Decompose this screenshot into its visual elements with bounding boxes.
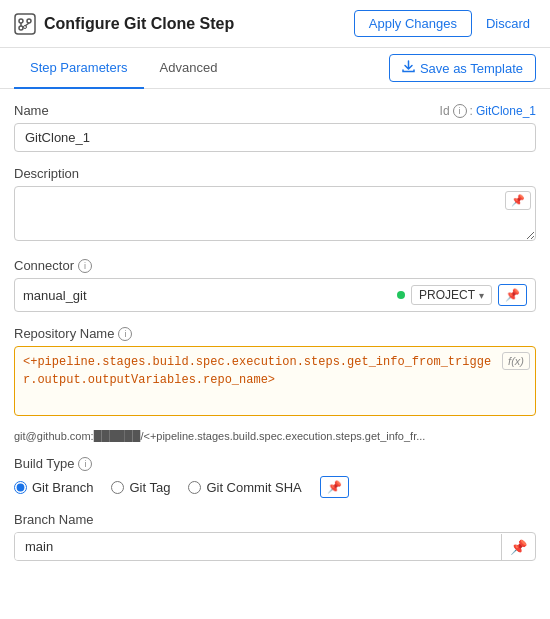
pin-icon-build-type: 📌 <box>327 480 342 494</box>
branch-name-field-group: Branch Name 📌 <box>14 512 536 561</box>
expr-fx-button[interactable]: f(x) <box>502 352 530 370</box>
connector-scope-badge[interactable]: PROJECT ▾ <box>411 285 492 305</box>
radio-git-tag[interactable]: Git Tag <box>111 480 170 495</box>
radio-git-branch-input[interactable] <box>14 481 27 494</box>
radio-git-tag-input[interactable] <box>111 481 124 494</box>
svg-point-1 <box>19 19 23 23</box>
save-template-icon <box>402 60 415 76</box>
svg-point-2 <box>27 19 31 23</box>
repo-expr-field[interactable]: <+pipeline.stages.build.spec.execution.s… <box>14 346 536 416</box>
connector-label: Connector i <box>14 258 92 273</box>
save-as-template-button[interactable]: Save as Template <box>389 54 536 82</box>
connector-field-group: Connector i manual_git PROJECT ▾ 📌 <box>14 258 536 312</box>
connector-status-dot <box>397 291 405 299</box>
name-input[interactable] <box>14 123 536 152</box>
apply-changes-button[interactable]: Apply Changes <box>354 10 472 37</box>
branch-name-pin-button[interactable]: 📌 <box>501 534 535 560</box>
page-title: Configure Git Clone Step <box>44 15 234 33</box>
connector-selector[interactable]: manual_git PROJECT ▾ 📌 <box>14 278 536 312</box>
build-type-label: Build Type i <box>14 456 92 471</box>
build-type-info-icon[interactable]: i <box>78 457 92 471</box>
name-label-row: Name Id i : GitClone_1 <box>14 103 536 118</box>
radio-git-commit-sha[interactable]: Git Commit SHA <box>188 480 301 495</box>
repo-name-label-row: Repository Name i <box>14 326 536 341</box>
svg-point-6 <box>24 25 27 28</box>
svg-rect-0 <box>15 14 35 34</box>
id-row: Id i : GitClone_1 <box>440 104 536 118</box>
branch-name-label-row: Branch Name <box>14 512 536 527</box>
header-left: Configure Git Clone Step <box>14 13 234 35</box>
branch-name-input-row: 📌 <box>14 532 536 561</box>
branch-name-input[interactable] <box>15 533 501 560</box>
tabs: Step Parameters Advanced <box>14 48 233 88</box>
build-type-pin-button[interactable]: 📌 <box>320 476 349 498</box>
id-value: GitClone_1 <box>476 104 536 118</box>
pin-icon-branch: 📌 <box>510 539 527 555</box>
form-content: Name Id i : GitClone_1 Description 📌 <box>0 89 550 561</box>
header-actions: Apply Changes Discard <box>354 10 536 37</box>
repo-expr-text: <+pipeline.stages.build.spec.execution.s… <box>23 353 499 389</box>
connector-pin-button[interactable]: 📌 <box>498 284 527 306</box>
tabs-row: Step Parameters Advanced Save as Templat… <box>0 48 550 89</box>
name-label: Name <box>14 103 49 118</box>
build-type-label-row: Build Type i <box>14 456 536 471</box>
id-info-icon[interactable]: i <box>453 104 467 118</box>
description-label: Description <box>14 166 79 181</box>
git-url-preview: git@github.com:██████/<+pipeline.stages.… <box>14 430 536 442</box>
description-field-group: Description 📌 <box>14 166 536 244</box>
connector-name: manual_git <box>23 288 391 303</box>
connector-info-icon[interactable]: i <box>78 259 92 273</box>
build-type-radio-group: Git Branch Git Tag Git Commit SHA 📌 <box>14 476 536 498</box>
build-type-field-group: Build Type i Git Branch Git Tag Git Comm… <box>14 456 536 498</box>
branch-name-label: Branch Name <box>14 512 93 527</box>
svg-point-3 <box>19 26 23 30</box>
name-field-group: Name Id i : GitClone_1 <box>14 103 536 152</box>
radio-git-branch[interactable]: Git Branch <box>14 480 93 495</box>
radio-git-commit-sha-input[interactable] <box>188 481 201 494</box>
description-input[interactable] <box>14 186 536 241</box>
tab-advanced[interactable]: Advanced <box>144 48 234 89</box>
page-header: Configure Git Clone Step Apply Changes D… <box>0 0 550 48</box>
pin-icon-desc: 📌 <box>511 194 525 206</box>
tab-step-parameters[interactable]: Step Parameters <box>14 48 144 89</box>
git-clone-icon <box>14 13 36 35</box>
connector-label-row: Connector i <box>14 258 536 273</box>
discard-button[interactable]: Discard <box>480 11 536 36</box>
description-pin-button[interactable]: 📌 <box>505 191 531 210</box>
repo-name-field-group: Repository Name i <+pipeline.stages.buil… <box>14 326 536 416</box>
pin-icon-connector: 📌 <box>505 288 520 302</box>
chevron-down-icon: ▾ <box>479 290 484 301</box>
repo-name-info-icon[interactable]: i <box>118 327 132 341</box>
description-label-row: Description <box>14 166 536 181</box>
repo-name-label: Repository Name i <box>14 326 132 341</box>
